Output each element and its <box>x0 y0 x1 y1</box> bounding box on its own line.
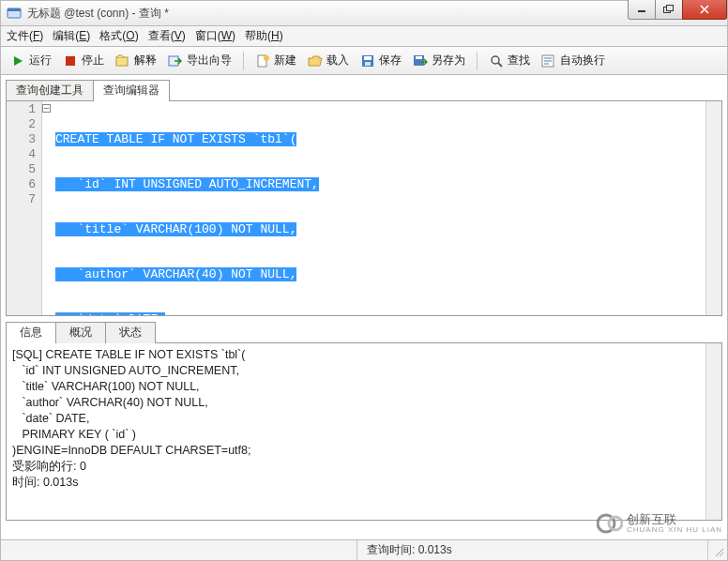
fold-column <box>42 101 53 315</box>
find-button[interactable]: 查找 <box>485 51 534 70</box>
load-button[interactable]: 载入 <box>304 51 353 70</box>
stop-button[interactable]: 停止 <box>59 51 108 70</box>
tab-info[interactable]: 信息 <box>6 322 56 343</box>
export-icon <box>168 53 183 68</box>
search-icon <box>489 53 504 68</box>
line-number-gutter: 1 2 3 4 5 6 7 <box>7 101 42 315</box>
status-bar: 查询时间: 0.013s <box>0 540 728 561</box>
fold-toggle-icon[interactable] <box>42 104 51 113</box>
svg-rect-2 <box>638 10 645 12</box>
toolbar-separator <box>243 52 244 70</box>
save-as-button[interactable]: 另存为 <box>409 51 469 70</box>
svg-rect-5 <box>66 56 75 66</box>
new-file-icon <box>255 53 270 68</box>
run-button[interactable]: 运行 <box>7 51 55 70</box>
toolbar: 运行 停止 解释 导出向导 新建 载入 保存 另存为 查找 自动换行 <box>0 47 728 75</box>
tab-profile[interactable]: 概况 <box>55 322 106 343</box>
window-buttons <box>629 0 727 21</box>
menu-help[interactable]: 帮助(H) <box>245 28 283 44</box>
svg-rect-11 <box>364 56 372 60</box>
title-bar: 无标题 @test (conn) - 查询 * <box>0 0 728 26</box>
wrap-icon <box>541 53 556 68</box>
code-area[interactable]: CREATE TABLE IF NOT EXISTS `tbl`( `id` I… <box>53 101 705 315</box>
info-scrollbar[interactable] <box>705 343 721 520</box>
tab-query-builder[interactable]: 查询创建工具 <box>6 80 94 101</box>
editor-tabs: 查询创建工具 查询编辑器 <box>6 80 722 100</box>
play-icon <box>10 53 25 68</box>
toolbar-separator <box>477 52 478 70</box>
status-cell-left <box>1 540 357 560</box>
new-button[interactable]: 新建 <box>251 51 300 70</box>
save-icon <box>360 53 375 68</box>
folder-open-icon <box>308 53 323 68</box>
stop-icon <box>63 53 78 68</box>
info-panel: [SQL] CREATE TABLE IF NOT EXISTS `tbl`( … <box>6 342 722 521</box>
svg-rect-12 <box>365 62 371 66</box>
menu-view[interactable]: 查看(V) <box>148 28 186 44</box>
save-as-icon <box>413 53 428 68</box>
svg-rect-1 <box>8 8 21 11</box>
menu-window[interactable]: 窗口(W) <box>195 28 235 44</box>
window-title: 无标题 @test (conn) - 查询 * <box>27 6 169 22</box>
menu-file[interactable]: 文件(F) <box>7 28 43 44</box>
menu-edit[interactable]: 编辑(E) <box>53 28 90 44</box>
auto-wrap-button[interactable]: 自动换行 <box>538 51 609 70</box>
info-text[interactable]: [SQL] CREATE TABLE IF NOT EXISTS `tbl`( … <box>7 343 705 520</box>
svg-rect-14 <box>416 56 422 59</box>
app-icon <box>7 6 22 21</box>
resize-grip-icon[interactable] <box>708 540 727 560</box>
minimize-button[interactable] <box>628 0 656 20</box>
result-tabs: 信息 概况 状态 <box>6 322 722 342</box>
save-button[interactable]: 保存 <box>356 51 405 70</box>
svg-rect-4 <box>667 6 674 11</box>
svg-rect-6 <box>116 57 128 66</box>
status-query-time: 查询时间: 0.013s <box>357 540 708 560</box>
close-button[interactable] <box>682 0 727 20</box>
explain-icon <box>115 53 130 68</box>
tab-status[interactable]: 状态 <box>105 322 156 343</box>
tab-query-editor[interactable]: 查询编辑器 <box>93 80 170 101</box>
explain-button[interactable]: 解释 <box>112 51 160 70</box>
menu-format[interactable]: 格式(O) <box>99 28 138 44</box>
sql-editor[interactable]: 1 2 3 4 5 6 7 CREATE TABLE IF NOT EXISTS… <box>6 100 722 316</box>
editor-scrollbar[interactable] <box>705 101 721 315</box>
svg-point-9 <box>264 55 269 61</box>
client-area: 查询创建工具 查询编辑器 1 2 3 4 5 6 7 CREATE TABLE … <box>0 75 728 540</box>
export-wizard-button[interactable]: 导出向导 <box>164 51 235 70</box>
menu-bar: 文件(F) 编辑(E) 格式(O) 查看(V) 窗口(W) 帮助(H) <box>0 26 728 47</box>
svg-point-15 <box>492 56 499 64</box>
maximize-button[interactable] <box>655 0 683 20</box>
